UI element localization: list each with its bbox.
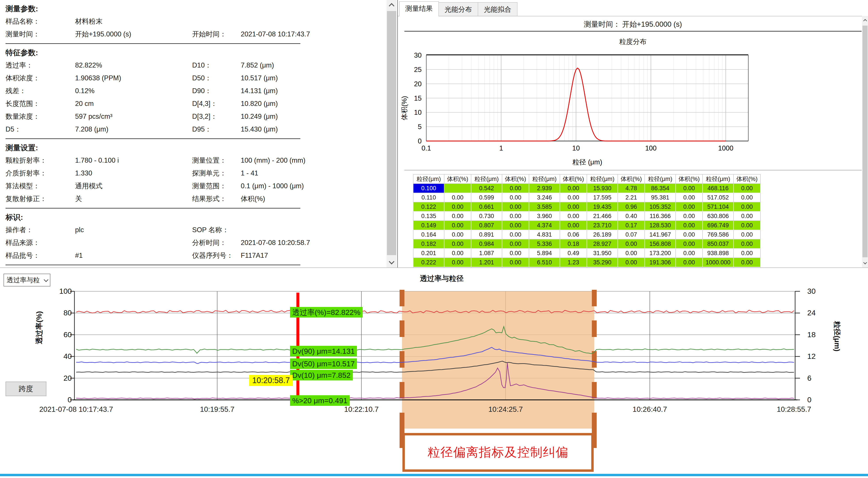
table-cell[interactable]: 0.00 <box>560 202 587 211</box>
region-resize-handle[interactable] <box>400 382 404 399</box>
table-cell[interactable]: 0.00 <box>676 248 703 258</box>
table-cell[interactable]: 0.542 <box>471 183 502 193</box>
scroll-down-button[interactable] <box>862 259 868 268</box>
table-cell[interactable]: 0.00 <box>444 202 471 211</box>
trend-series-dropdown[interactable]: 透过率与粒 <box>3 274 50 286</box>
table-cell[interactable]: 0.00 <box>444 258 471 267</box>
table-cell[interactable]: 517.052 <box>703 193 734 202</box>
table-cell[interactable]: 0.00 <box>444 221 471 230</box>
table-cell[interactable]: 0.00 <box>676 221 703 230</box>
table-cell[interactable]: 19.435 <box>587 202 618 211</box>
table-cell[interactable]: 0.00 <box>734 193 761 202</box>
region-resize-handle[interactable] <box>400 351 404 368</box>
table-cell[interactable]: 0.00 <box>444 211 471 221</box>
scroll-thumb[interactable] <box>387 11 396 255</box>
table-cell[interactable]: 1.23 <box>560 258 587 267</box>
tab-光能分布[interactable]: 光能分布 <box>438 2 478 16</box>
table-cell[interactable]: 0.110 <box>413 193 444 202</box>
table-cell[interactable]: 0.00 <box>444 248 471 258</box>
table-cell[interactable]: 0.00 <box>560 183 587 193</box>
table-cell[interactable]: 0.984 <box>471 239 502 248</box>
table-cell[interactable]: 15.930 <box>587 183 618 193</box>
table-cell[interactable]: 5.336 <box>529 239 560 248</box>
table-cell[interactable]: 0.222 <box>413 258 444 267</box>
scroll-up-button[interactable] <box>386 0 397 10</box>
table-cell[interactable]: 0.00 <box>676 193 703 202</box>
table-cell[interactable]: 0.40 <box>618 211 645 221</box>
table-cell[interactable]: 1.201 <box>471 258 502 267</box>
table-cell[interactable]: 0.730 <box>471 211 502 221</box>
table-cell[interactable]: 0.00 <box>734 248 761 258</box>
table-cell[interactable]: 0.00 <box>560 211 587 221</box>
table-cell[interactable]: 0.00 <box>734 211 761 221</box>
region-resize-handle[interactable] <box>592 290 597 306</box>
table-cell[interactable]: 173.200 <box>645 248 676 258</box>
table-cell[interactable]: 28.927 <box>587 239 618 248</box>
deviation-note-box[interactable]: 粒径偏离指标及控制纠偏 <box>402 433 594 472</box>
table-cell[interactable]: 0.891 <box>471 230 502 239</box>
table-cell[interactable]: 0.164 <box>413 230 444 239</box>
table-cell[interactable]: 571.104 <box>703 202 734 211</box>
table-cell[interactable]: 4.831 <box>529 230 560 239</box>
table-cell[interactable]: 0.00 <box>734 230 761 239</box>
region-resize-handle[interactable] <box>400 290 404 306</box>
table-cell[interactable]: 0.661 <box>471 202 502 211</box>
table-cell[interactable]: 0.00 <box>502 202 529 211</box>
table-cell[interactable]: 1000.000 <box>703 258 734 267</box>
left-panel-scrollbar[interactable] <box>386 0 397 268</box>
table-cell[interactable]: 0.07 <box>618 230 645 239</box>
table-cell[interactable]: 0.00 <box>444 193 471 202</box>
table-cell[interactable]: 0.599 <box>471 193 502 202</box>
table-cell[interactable]: 0.100 <box>413 183 444 193</box>
table-cell[interactable]: 0.00 <box>502 230 529 239</box>
table-cell[interactable]: 0.00 <box>734 221 761 230</box>
table-cell[interactable]: 3.585 <box>529 202 560 211</box>
table-cell[interactable]: 4.374 <box>529 221 560 230</box>
table-cell[interactable]: 0.06 <box>560 230 587 239</box>
region-resize-handle[interactable] <box>592 351 597 368</box>
table-cell[interactable]: 156.808 <box>645 239 676 248</box>
table-cell[interactable]: 0.00 <box>444 230 471 239</box>
table-cell[interactable]: 0.96 <box>618 202 645 211</box>
table-cell[interactable]: 116.366 <box>645 211 676 221</box>
table-cell[interactable]: 0.00 <box>676 211 703 221</box>
table-cell[interactable]: 0.18 <box>560 239 587 248</box>
table-cell[interactable]: 95.381 <box>645 193 676 202</box>
right-panel-scrollbar[interactable] <box>862 16 868 268</box>
table-cell[interactable]: 0.122 <box>413 202 444 211</box>
table-cell[interactable]: 769.586 <box>703 230 734 239</box>
table-cell[interactable]: 0.00 <box>618 248 645 258</box>
region-resize-handle[interactable] <box>400 320 404 337</box>
table-cell[interactable]: 0.00 <box>502 211 529 221</box>
table-cell[interactable]: 0.00 <box>734 202 761 211</box>
table-cell[interactable]: 850.037 <box>703 239 734 248</box>
table-cell[interactable]: 105.352 <box>645 202 676 211</box>
table-cell[interactable]: 6.510 <box>529 258 560 267</box>
table-cell[interactable]: 26.189 <box>587 230 618 239</box>
table-cell[interactable]: 0.49 <box>560 248 587 258</box>
table-cell[interactable]: 0.00 <box>734 239 761 248</box>
table-cell[interactable]: 4.78 <box>618 183 645 193</box>
table-cell[interactable]: 3.246 <box>529 193 560 202</box>
region-resize-handle[interactable] <box>592 320 597 337</box>
table-cell[interactable]: 0.00 <box>618 239 645 248</box>
table-cell[interactable]: 0.00 <box>676 183 703 193</box>
region-resize-handle[interactable] <box>592 382 597 399</box>
table-cell[interactable]: 938.898 <box>703 248 734 258</box>
table-cell[interactable]: 141.967 <box>645 230 676 239</box>
scroll-down-button[interactable] <box>386 257 397 268</box>
table-cell[interactable]: 23.710 <box>587 221 618 230</box>
table-cell[interactable]: 0.00 <box>502 183 529 193</box>
table-cell[interactable]: 0.00 <box>502 221 529 230</box>
table-cell[interactable]: 1.087 <box>471 248 502 258</box>
table-cell[interactable]: 191.306 <box>645 258 676 267</box>
table-cell[interactable]: 2.939 <box>529 183 560 193</box>
table-cell[interactable]: 0.182 <box>413 239 444 248</box>
table-cell[interactable]: 3.960 <box>529 211 560 221</box>
span-button[interactable]: 跨度 <box>5 382 46 396</box>
table-cell[interactable]: 5.894 <box>529 248 560 258</box>
table-cell[interactable]: 0.00 <box>734 183 761 193</box>
table-cell[interactable]: 0.00 <box>502 193 529 202</box>
table-cell[interactable]: 0.807 <box>471 221 502 230</box>
table-cell[interactable]: 21.466 <box>587 211 618 221</box>
